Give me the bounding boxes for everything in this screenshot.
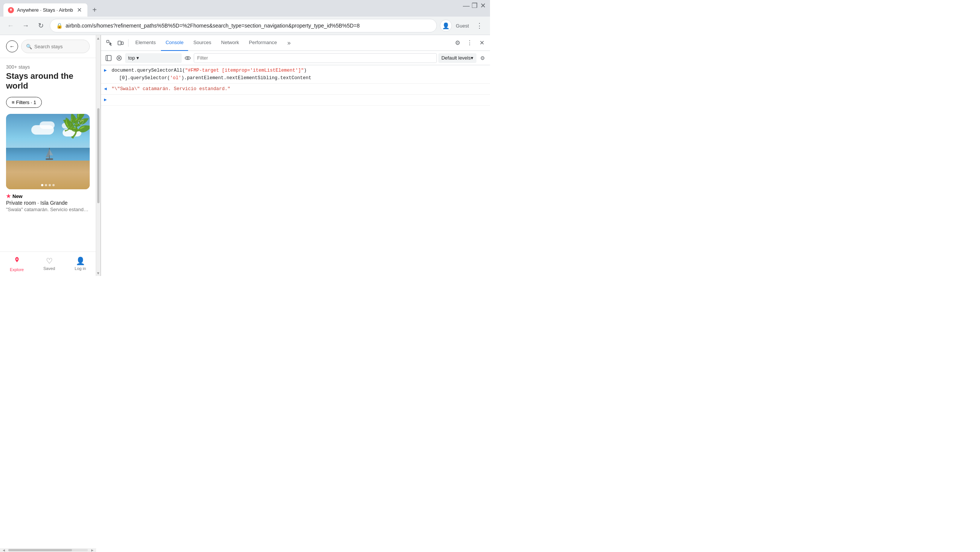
devtools-toolbar: Elements Console Sources Network Perform… <box>101 35 490 51</box>
minimize-button[interactable]: — <box>464 3 469 8</box>
console-filter-input[interactable] <box>194 53 437 63</box>
bottom-navigation: Explore ♡ Saved 👤 Log in <box>0 252 96 276</box>
new-tab-button[interactable]: + <box>89 5 100 15</box>
result-value: "\"Swala\" catamarán. Servicio estandard… <box>111 86 230 92</box>
listing-info: ★ New Private room · Isla Grande "Swala"… <box>6 189 90 216</box>
scroll-thumb[interactable] <box>97 108 100 204</box>
login-icon: 👤 <box>76 256 85 265</box>
console-clear-button[interactable] <box>115 54 124 62</box>
svg-rect-4 <box>107 40 109 43</box>
close-button[interactable]: ✕ <box>480 3 485 8</box>
wishlist-button[interactable]: ♡ <box>75 118 86 128</box>
panel-scrollbar[interactable]: ▲ ▼ <box>96 35 101 276</box>
levels-arrow: ▾ <box>471 55 473 61</box>
forward-button[interactable]: → <box>20 20 32 32</box>
context-selector[interactable]: top ▾ <box>125 53 182 63</box>
explore-icon <box>13 256 21 266</box>
devtools-more-button[interactable]: ⋮ <box>465 38 475 48</box>
console-entry-result: ◀ "\"Swala\" catamarán. Servicio estanda… <box>101 84 490 95</box>
search-icon: 🔍 <box>26 44 32 49</box>
new-label: New <box>13 193 22 199</box>
levels-label: Default levels <box>441 55 471 61</box>
url-text: airbnb.com/s/homes?refinement_paths%5B%5… <box>65 22 430 29</box>
profile-label: Guest <box>456 23 469 29</box>
code-indent: [0].querySelector('ol').parentElement.ne… <box>111 75 311 81</box>
image-dots <box>41 184 55 186</box>
stays-count: 300+ stays <box>6 64 90 70</box>
airbnb-search-bar[interactable]: 🔍 Search stays <box>21 40 90 53</box>
tab-performance[interactable]: Performance <box>244 35 281 51</box>
svg-rect-7 <box>106 56 111 61</box>
star-icon: ★ <box>6 193 11 199</box>
listing-new-badge: ★ New <box>6 193 90 199</box>
expand-arrow[interactable]: ▶ <box>104 67 111 73</box>
result-content: "\"Swala\" catamarán. Servicio estandard… <box>111 85 487 93</box>
console-sidebar-toggle[interactable] <box>104 54 113 62</box>
filters-button[interactable]: ≡ Filters · 1 <box>6 97 42 108</box>
console-output: ▶ document.querySelectorAll("#FMP-target… <box>101 65 490 276</box>
device-toolbar-button[interactable] <box>115 38 126 48</box>
devtools-close-button[interactable]: ✕ <box>476 38 487 48</box>
console-toolbar: top ▾ Default levels ▾ ⚙ <box>101 51 490 65</box>
airbnb-content: 300+ stays Stays around the world ≡ Filt… <box>0 58 96 252</box>
listing-type: Private room · Isla Grande <box>6 200 90 206</box>
address-bar[interactable]: 🔒 airbnb.com/s/homes?refinement_paths%5B… <box>50 19 437 32</box>
listing-image: 🌿 🌿 ♡ <box>6 114 90 189</box>
bottom-nav-explore[interactable]: Explore <box>4 255 30 273</box>
prompt-content[interactable] <box>111 96 487 104</box>
scroll-up-arrow[interactable]: ▲ <box>97 37 100 40</box>
console-input[interactable] <box>111 97 487 102</box>
tab-sources[interactable]: Sources <box>189 35 216 51</box>
bottom-nav-login[interactable]: 👤 Log in <box>68 255 92 273</box>
extensions-button[interactable]: ⋮ <box>473 20 485 32</box>
svg-point-13 <box>187 57 188 59</box>
toolbar-divider <box>128 39 129 47</box>
entry-content: document.querySelectorAll("#FMP-target [… <box>111 67 487 82</box>
filter-icon: ≡ <box>12 99 15 105</box>
airbnb-favicon <box>8 7 14 13</box>
svg-point-12 <box>185 57 190 59</box>
eye-button[interactable] <box>183 54 192 62</box>
code-selector: "#FMP-target [itemprop='itemListElement'… <box>185 68 304 73</box>
tab-elements[interactable]: Elements <box>131 35 160 51</box>
inspect-element-button[interactable] <box>104 38 115 48</box>
tab-network[interactable]: Network <box>217 35 244 51</box>
back-button[interactable]: ← <box>5 20 17 32</box>
context-value: top <box>128 55 135 61</box>
svg-rect-3 <box>46 158 53 160</box>
console-prompt-line[interactable]: ▶ <box>101 95 490 105</box>
context-dropdown-arrow: ▾ <box>137 55 139 61</box>
airbnb-back-button[interactable]: ← <box>6 40 18 53</box>
tab-close-button[interactable]: ✕ <box>76 7 83 14</box>
console-entry-input: ▶ document.querySelectorAll("#FMP-target… <box>101 65 490 84</box>
code-text: document.querySelectorAll( <box>111 68 185 73</box>
devtools-settings-area: ⚙ ⋮ ✕ <box>452 38 487 48</box>
bottom-nav-saved[interactable]: ♡ Saved <box>37 255 61 273</box>
devtools-panel: Elements Console Sources Network Perform… <box>101 35 490 276</box>
more-tabs-button[interactable]: » <box>284 38 294 48</box>
explore-label: Explore <box>10 267 24 272</box>
search-placeholder: Search stays <box>34 44 62 49</box>
heart-icon: ♡ <box>77 118 84 128</box>
code-text2: ) <box>304 68 307 73</box>
saved-icon: ♡ <box>46 256 53 265</box>
listing-card[interactable]: 🌿 🌿 ♡ ★ New <box>6 114 90 216</box>
maximize-button[interactable]: ❐ <box>472 3 477 8</box>
tab-title: Anywhere · Stays · Airbnb <box>17 7 73 13</box>
svg-marker-1 <box>46 149 49 157</box>
tab-console[interactable]: Console <box>161 35 188 51</box>
devtools-settings-button[interactable]: ⚙ <box>452 38 463 48</box>
svg-marker-2 <box>49 149 53 155</box>
login-label: Log in <box>75 266 86 271</box>
profile-button[interactable]: 👤 <box>440 20 452 32</box>
console-settings-button[interactable]: ⚙ <box>478 54 487 62</box>
stays-title: Stays around the world <box>6 71 90 91</box>
browser-tab[interactable]: Anywhere · Stays · Airbnb ✕ <box>3 3 88 17</box>
profile-icon: 👤 <box>442 22 450 29</box>
levels-selector[interactable]: Default levels ▾ <box>438 53 476 63</box>
scroll-down-arrow[interactable]: ▼ <box>97 272 100 275</box>
reload-button[interactable]: ↻ <box>35 20 47 32</box>
saved-label: Saved <box>43 266 55 271</box>
result-arrow: ◀ <box>104 85 111 92</box>
svg-rect-6 <box>121 42 123 45</box>
